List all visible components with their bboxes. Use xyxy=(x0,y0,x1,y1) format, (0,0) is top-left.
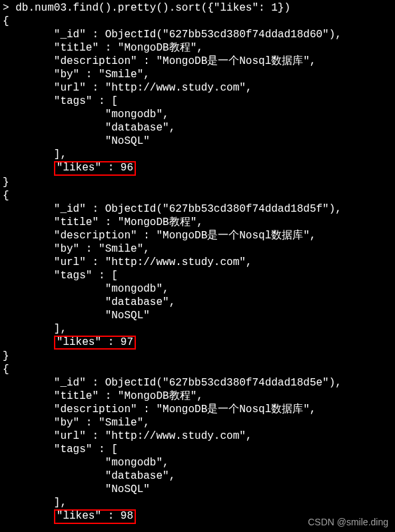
doc2-likes: 98 xyxy=(121,510,133,522)
doc0-likes: 96 xyxy=(121,162,133,174)
doc2-tag0: mongodb xyxy=(111,457,156,469)
terminal-output: > db.num03.find().pretty().sort({"likes"… xyxy=(0,0,395,525)
doc0-by: Smile xyxy=(105,69,137,81)
doc0-id: 627bb53cd380f74ddad18d60 xyxy=(169,29,322,41)
doc0-description: MongoDB是一个Nosql数据库 xyxy=(163,55,303,67)
doc1-tag1: database xyxy=(111,296,163,308)
doc1-title: MongoDB教程 xyxy=(124,216,190,228)
doc2-likes-highlight: "likes" : 98 xyxy=(54,509,136,524)
doc0-tag2: NoSQL xyxy=(111,135,143,147)
doc2-tag2: NoSQL xyxy=(111,483,143,495)
doc1-tag2: NoSQL xyxy=(111,310,143,322)
doc2-by: Smile xyxy=(105,417,137,429)
doc2-title: MongoDB教程 xyxy=(124,390,190,402)
doc2-url: http://www.study.com xyxy=(111,430,239,442)
doc1-by: Smile xyxy=(105,243,137,255)
doc1-tag0: mongodb xyxy=(111,283,156,295)
doc2-description: MongoDB是一个Nosql数据库 xyxy=(163,403,303,415)
watermark: CSDN @smile.ding xyxy=(308,517,388,529)
doc0-tag1: database xyxy=(111,122,163,134)
doc2-tag1: database xyxy=(111,470,163,482)
doc0-tag0: mongodb xyxy=(111,109,156,121)
doc0-likes-highlight: "likes" : 96 xyxy=(54,161,136,176)
doc0-title: MongoDB教程 xyxy=(124,42,190,54)
command-line: db.num03.find().pretty().sort({"likes": … xyxy=(15,2,290,14)
doc0-url: http://www.study.com xyxy=(111,82,239,94)
doc1-id: 627bb53cd380f74ddad18d5f xyxy=(169,203,322,215)
doc1-likes: 97 xyxy=(121,336,133,348)
doc1-description: MongoDB是一个Nosql数据库 xyxy=(163,230,303,242)
doc2-id: 627bb53cd380f74ddad18d5e xyxy=(169,377,322,389)
doc1-url: http://www.study.com xyxy=(111,256,239,268)
doc1-likes-highlight: "likes" : 97 xyxy=(54,336,136,350)
